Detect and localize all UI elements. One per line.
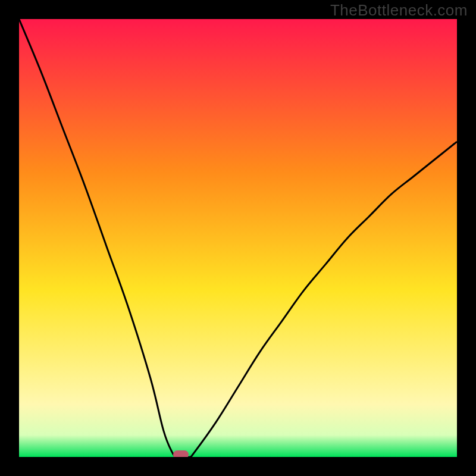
- plot-area: [19, 19, 457, 457]
- watermark-text: TheBottleneck.com: [330, 1, 468, 20]
- minimum-marker: [173, 450, 189, 457]
- gradient-background: [19, 19, 457, 457]
- chart-svg: [19, 19, 457, 457]
- chart-frame: TheBottleneck.com: [0, 0, 476, 476]
